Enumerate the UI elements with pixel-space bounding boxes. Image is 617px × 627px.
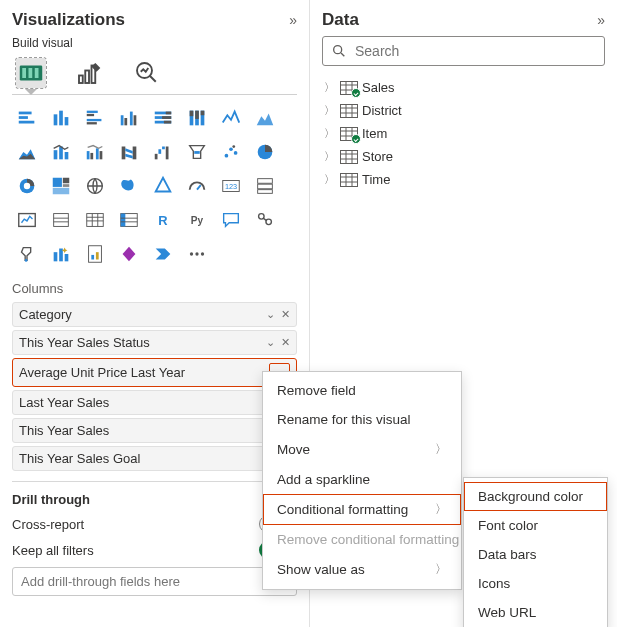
table-tree-item[interactable]: 〉District xyxy=(322,99,605,122)
columns-label: Columns xyxy=(12,281,297,296)
scatter-icon[interactable] xyxy=(216,137,246,167)
submenu-data-bars[interactable]: Data bars xyxy=(464,540,607,569)
menu-add-sparkline[interactable]: Add a sparkline xyxy=(263,465,461,494)
chevron-down-icon[interactable]: ⌄ xyxy=(266,336,275,349)
kpi-icon[interactable] xyxy=(12,205,42,235)
multi-row-card-icon[interactable] xyxy=(250,171,280,201)
donut-icon[interactable] xyxy=(12,171,42,201)
clustered-bar-icon[interactable] xyxy=(80,103,110,133)
svg-point-89 xyxy=(190,252,193,255)
table-icon xyxy=(340,127,358,141)
field-well[interactable]: Average Unit Price Last Year⌄ xyxy=(12,358,297,387)
more-visuals-icon[interactable] xyxy=(182,239,212,269)
table-name: District xyxy=(362,103,402,118)
menu-show-value-as[interactable]: Show value as〉 xyxy=(263,554,461,585)
submenu-web-url[interactable]: Web URL xyxy=(464,598,607,627)
table-tree-item[interactable]: 〉Item xyxy=(322,122,605,145)
qa-visual-icon[interactable] xyxy=(216,205,246,235)
pie-icon[interactable] xyxy=(250,137,280,167)
waterfall-icon[interactable] xyxy=(148,137,178,167)
hundred-stacked-bar-icon[interactable] xyxy=(148,103,178,133)
field-well[interactable]: Category⌄✕ xyxy=(12,302,297,327)
chevron-right-icon: 〉 xyxy=(324,126,336,141)
clustered-column-icon[interactable] xyxy=(114,103,144,133)
r-visual-icon[interactable]: R xyxy=(148,205,178,235)
area-chart-icon[interactable] xyxy=(250,103,280,133)
tables-tree: 〉Sales〉District〉Item〉Store〉Time xyxy=(322,76,605,191)
ribbon-chart-icon[interactable] xyxy=(114,137,144,167)
hundred-stacked-column-icon[interactable] xyxy=(182,103,212,133)
line-clustered-column-icon[interactable] xyxy=(80,137,110,167)
table-tree-item[interactable]: 〉Store xyxy=(322,145,605,168)
stacked-bar-icon[interactable] xyxy=(12,103,42,133)
svg-rect-21 xyxy=(134,115,137,125)
svg-rect-57 xyxy=(63,184,69,187)
chevron-right-icon: 〉 xyxy=(324,80,336,95)
slicer-icon[interactable] xyxy=(46,205,76,235)
collapse-viz-icon[interactable]: » xyxy=(289,12,297,28)
table-name: Time xyxy=(362,172,390,187)
matrix-icon[interactable] xyxy=(114,205,144,235)
menu-move[interactable]: Move〉 xyxy=(263,434,461,465)
field-well[interactable]: This Year Sales Status⌄✕ xyxy=(12,330,297,355)
map-icon[interactable] xyxy=(80,171,110,201)
search-input[interactable] xyxy=(355,43,596,59)
gauge-icon[interactable] xyxy=(182,171,212,201)
field-well[interactable]: This Year Sales Goal⌄ xyxy=(12,446,297,471)
power-apps-icon[interactable] xyxy=(114,239,144,269)
svg-rect-69 xyxy=(87,214,104,227)
field-well[interactable]: Last Year Sales⌄ xyxy=(12,390,297,415)
submenu-icons[interactable]: Icons xyxy=(464,569,607,598)
chevron-down-icon[interactable]: ⌄ xyxy=(266,308,275,321)
funnel-icon[interactable] xyxy=(182,137,212,167)
smart-narrative-icon[interactable] xyxy=(46,239,76,269)
field-well[interactable]: This Year Sales⌄ xyxy=(12,418,297,443)
svg-rect-66 xyxy=(54,214,69,227)
collapse-data-icon[interactable]: » xyxy=(597,12,605,28)
svg-rect-15 xyxy=(87,114,94,116)
build-visual-tab[interactable] xyxy=(16,58,46,88)
menu-rename-visual[interactable]: Rename for this visual xyxy=(263,405,461,434)
table-icon xyxy=(340,104,358,118)
azure-map-icon[interactable] xyxy=(148,171,178,201)
build-mode-tabs xyxy=(12,56,297,90)
table-tree-item[interactable]: 〉Sales xyxy=(322,76,605,99)
table-tree-item[interactable]: 〉Time xyxy=(322,168,605,191)
svg-rect-58 xyxy=(53,188,70,194)
key-influencers-icon[interactable] xyxy=(250,205,280,235)
card-icon[interactable]: 123 xyxy=(216,171,246,201)
treemap-icon[interactable] xyxy=(46,171,76,201)
svg-rect-5 xyxy=(85,71,89,84)
table-icon[interactable] xyxy=(80,205,110,235)
stacked-area-icon[interactable] xyxy=(12,137,42,167)
drill-through-fields-input[interactable]: Add drill-through fields here xyxy=(12,567,297,596)
svg-point-51 xyxy=(232,145,235,148)
line-stacked-column-icon[interactable] xyxy=(46,137,76,167)
menu-remove-field[interactable]: Remove field xyxy=(263,376,461,405)
svg-rect-86 xyxy=(89,246,102,263)
svg-text:123: 123 xyxy=(225,182,237,191)
svg-rect-37 xyxy=(87,151,90,159)
format-visual-tab[interactable] xyxy=(74,58,104,88)
submenu-background-color[interactable]: Background color xyxy=(464,482,607,511)
menu-conditional-formatting[interactable]: Conditional formatting〉 xyxy=(263,494,461,525)
svg-rect-18 xyxy=(121,115,124,125)
chevron-right-icon: 〉 xyxy=(324,103,336,118)
paginated-report-icon[interactable] xyxy=(80,239,110,269)
svg-rect-1 xyxy=(22,68,26,78)
line-chart-icon[interactable] xyxy=(216,103,246,133)
analytics-tab[interactable] xyxy=(132,58,162,88)
remove-field-icon[interactable]: ✕ xyxy=(281,336,290,349)
svg-rect-41 xyxy=(122,147,126,160)
stacked-column-icon[interactable] xyxy=(46,103,76,133)
svg-rect-43 xyxy=(155,154,158,160)
decomposition-icon[interactable] xyxy=(12,239,42,269)
py-visual-icon[interactable]: Py xyxy=(182,205,212,235)
power-automate-icon[interactable] xyxy=(148,239,178,269)
filled-map-icon[interactable] xyxy=(114,171,144,201)
search-box[interactable] xyxy=(322,36,605,66)
remove-field-icon[interactable]: ✕ xyxy=(281,308,290,321)
submenu-font-color[interactable]: Font color xyxy=(464,511,607,540)
svg-rect-62 xyxy=(258,179,273,184)
keep-filters-label: Keep all filters xyxy=(12,543,94,558)
